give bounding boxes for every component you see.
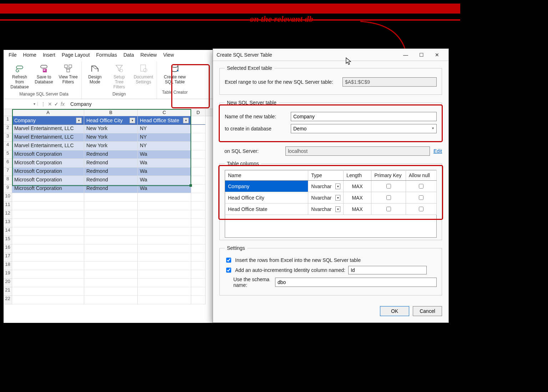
- table-row[interactable]: 6Microsoft CorporationRedmondWa: [4, 159, 214, 167]
- tab-file[interactable]: File: [9, 52, 17, 58]
- tab-formulas[interactable]: Formulas: [96, 52, 117, 58]
- table-cell[interactable]: Wa: [138, 185, 191, 193]
- col-length-cell[interactable]: MAX: [344, 203, 371, 215]
- col-type-cell[interactable]: Nvarchar▾: [308, 192, 344, 203]
- table-cell[interactable]: New York: [84, 133, 138, 142]
- refresh-from-db-button[interactable]: Refresh from Database: [9, 62, 31, 90]
- chevron-down-icon[interactable]: ▾: [335, 206, 340, 212]
- filter-dropdown-icon[interactable]: ▾: [183, 118, 189, 123]
- table-cell[interactable]: Redmond: [84, 185, 138, 193]
- design-mode-button[interactable]: Design Mode: [84, 62, 106, 90]
- table-row[interactable]: 9Microsoft CorporationRedmondWa: [4, 185, 214, 193]
- columns-table[interactable]: Name Type Length Primary Key Allow null …: [225, 170, 437, 215]
- edit-server-link[interactable]: Edit: [433, 148, 442, 154]
- cancel-button[interactable]: Cancel: [413, 306, 442, 316]
- allow-null-checkbox[interactable]: [419, 195, 423, 200]
- column-row[interactable]: CompanyNvarchar▾MAX: [225, 181, 437, 192]
- table-cell[interactable]: NY: [138, 133, 191, 142]
- maximize-button[interactable]: ☐: [413, 50, 429, 60]
- table-cell[interactable]: Redmond: [84, 159, 138, 167]
- setup-tree-filters-button[interactable]: Setup Tree Filters: [108, 62, 130, 90]
- new-table-name-field[interactable]: [291, 112, 437, 121]
- chevron-down-icon[interactable]: ▾: [335, 184, 340, 189]
- table-cell[interactable]: NY: [138, 142, 191, 150]
- col-pk-cell[interactable]: [371, 192, 406, 203]
- column-row[interactable]: Head Office StateNvarchar▾MAX: [225, 203, 437, 215]
- tab-view[interactable]: View: [163, 52, 174, 58]
- filter-dropdown-icon[interactable]: ▾: [130, 118, 135, 123]
- table-cell[interactable]: Marvel Entertainment, LLC: [12, 133, 84, 142]
- table-cell[interactable]: NY: [138, 125, 191, 133]
- name-box[interactable]: ▾: [4, 102, 38, 106]
- col-pk-cell[interactable]: [371, 181, 406, 192]
- col-null-cell[interactable]: [406, 192, 436, 203]
- table-header-cell[interactable]: Company▾: [12, 116, 84, 125]
- range-field[interactable]: [342, 77, 437, 87]
- formula-input[interactable]: Company: [67, 101, 214, 107]
- server-field[interactable]: [285, 146, 430, 156]
- table-cell[interactable]: Wa: [138, 159, 191, 167]
- pk-checkbox[interactable]: [386, 207, 391, 211]
- allow-null-checkbox[interactable]: [419, 207, 423, 211]
- table-row[interactable]: 7Microsoft CorporationRedmondWa: [4, 167, 214, 176]
- dialog-titlebar[interactable]: Create SQL Server Table — ☐ ✕: [213, 49, 448, 61]
- view-tree-filters-button[interactable]: View Tree Filters: [57, 62, 79, 90]
- table-cell[interactable]: Wa: [138, 150, 191, 159]
- table-cell[interactable]: Wa: [138, 167, 191, 176]
- table-cell[interactable]: Marvel Entertainment, LLC: [12, 142, 84, 150]
- table-cell[interactable]: Microsoft Corporation: [12, 167, 84, 176]
- insert-rows-checkbox[interactable]: [226, 258, 231, 263]
- table-header-cell[interactable]: Head Office State▾: [138, 116, 191, 125]
- database-select[interactable]: [291, 124, 437, 133]
- schema-name-field[interactable]: [275, 278, 437, 287]
- save-to-db-button[interactable]: Save to Database: [33, 62, 55, 90]
- filter-dropdown-icon[interactable]: ▾: [76, 118, 82, 123]
- spreadsheet-grid[interactable]: A B C D 1Company▾Head Office City▾Head O…: [4, 109, 214, 304]
- tab-home[interactable]: Home: [23, 52, 36, 58]
- col-name-cell[interactable]: Head Office State: [225, 203, 308, 215]
- fx-buttons[interactable]: ⋮✕✓fx: [38, 101, 67, 107]
- col-length-cell[interactable]: MAX: [344, 192, 371, 203]
- minimize-button[interactable]: —: [398, 50, 413, 60]
- table-cell[interactable]: Redmond: [84, 167, 138, 176]
- col-null-cell[interactable]: [406, 203, 436, 215]
- identity-name-field[interactable]: [348, 266, 427, 274]
- col-name-cell[interactable]: Head Office City: [225, 192, 308, 203]
- table-row[interactable]: 5Microsoft CorporationRedmondWa: [4, 150, 214, 159]
- col-type-cell[interactable]: Nvarchar▾: [308, 203, 344, 215]
- ok-button[interactable]: OK: [380, 306, 409, 316]
- table-header-cell[interactable]: Head Office City▾: [84, 116, 138, 125]
- table-cell[interactable]: Redmond: [84, 150, 138, 159]
- col-null-cell[interactable]: [406, 181, 436, 192]
- col-name-cell[interactable]: Company: [225, 181, 308, 192]
- allow-null-checkbox[interactable]: [419, 184, 423, 189]
- tab-data[interactable]: Data: [123, 52, 134, 58]
- table-row[interactable]: 3Marvel Entertainment, LLCNew YorkNY: [4, 133, 214, 142]
- table-cell[interactable]: New York: [84, 142, 138, 150]
- table-row[interactable]: 8Microsoft CorporationRedmondWa: [4, 176, 214, 185]
- table-cell[interactable]: Microsoft Corporation: [12, 159, 84, 167]
- table-row[interactable]: 4Marvel Entertainment, LLCNew YorkNY: [4, 142, 214, 150]
- table-cell[interactable]: New York: [84, 125, 138, 133]
- tab-page-layout[interactable]: Page Layout: [62, 52, 90, 58]
- table-cell[interactable]: Redmond: [84, 176, 138, 185]
- table-cell[interactable]: Microsoft Corporation: [12, 185, 84, 193]
- table-row[interactable]: 2Marvel Entertainment, LLCNew YorkNY: [4, 125, 214, 133]
- table-cell[interactable]: Wa: [138, 176, 191, 185]
- chevron-down-icon[interactable]: ▾: [335, 195, 340, 201]
- tab-review[interactable]: Review: [141, 52, 157, 58]
- col-length-cell[interactable]: MAX: [344, 181, 371, 192]
- pk-checkbox[interactable]: [386, 195, 391, 200]
- add-identity-checkbox[interactable]: [226, 268, 231, 273]
- col-pk-cell[interactable]: [371, 203, 406, 215]
- table-cell[interactable]: Microsoft Corporation: [12, 176, 84, 185]
- close-button[interactable]: ✕: [429, 50, 445, 60]
- document-settings-button[interactable]: Document Settings: [132, 62, 154, 90]
- column-row[interactable]: Head Office CityNvarchar▾MAX: [225, 192, 437, 203]
- pk-checkbox[interactable]: [386, 184, 391, 189]
- table-cell[interactable]: Microsoft Corporation: [12, 150, 84, 159]
- create-new-sql-table-button[interactable]: Create new SQL Table: [159, 62, 191, 88]
- col-type-cell[interactable]: Nvarchar▾: [308, 181, 344, 192]
- tab-insert[interactable]: Insert: [43, 52, 55, 58]
- table-cell[interactable]: Marvel Entertainment, LLC: [12, 125, 84, 133]
